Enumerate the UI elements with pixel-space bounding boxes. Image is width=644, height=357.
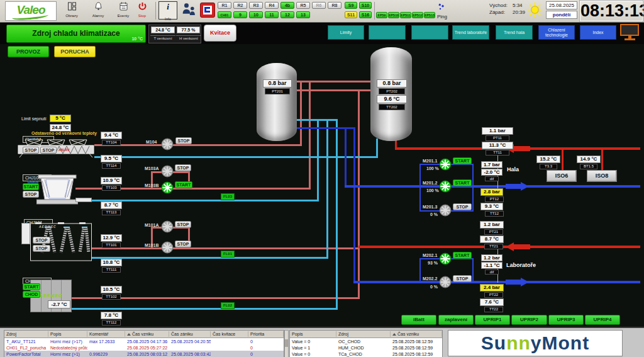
uprip4-button[interactable]: UPRIP4 [585, 315, 620, 325]
r-button-13[interactable]: 13 [296, 11, 310, 18]
menu-stop[interactable]: Stop [133, 1, 151, 20]
nav-limity-button[interactable]: Limity [328, 25, 364, 40]
chj104-brand: ABLRV [58, 148, 69, 152]
nav-chlazeni-technologie-button[interactable]: Chlazení technologie [538, 25, 575, 40]
col-ev-vznik[interactable]: Čas vzniku [391, 331, 442, 337]
r-button-r1[interactable]: R1 [218, 2, 231, 9]
t33-value: 15.2 °C [536, 156, 560, 163]
nav-blank-button-2[interactable] [411, 25, 448, 40]
alarm-row[interactable]: T_AKU_TT121Horní mez (>17)max 17.263325.… [4, 338, 284, 344]
r-button-r5[interactable]: R5 [296, 2, 310, 9]
col-zanik[interactable]: Čas zániku [169, 331, 211, 337]
bottom-panel: Zdroj Popis Komentář Čas vzniku Čas záni… [0, 327, 644, 357]
nav-trend-laboratore-button[interactable]: Trend laboratoře [452, 25, 489, 40]
col-priorita[interactable]: Priorita [248, 331, 284, 337]
pt12-value: 2.8 bar [480, 188, 503, 196]
nav-index-button[interactable]: Index [580, 25, 616, 40]
event-row[interactable]: Value = 1HUM_CHOD25.08.2025 08:12:59 [290, 344, 442, 351]
eps-button-11[interactable]: EPS11 [400, 12, 411, 18]
r-button-4b[interactable]: 4b [280, 2, 294, 9]
col-kvitace[interactable]: Čas kvitace [211, 331, 248, 337]
chj102-start-button: START [23, 283, 40, 290]
tt102-tag: TT102 [102, 294, 121, 300]
uprip3-button[interactable]: UPRIP3 [548, 315, 584, 325]
m201-2-pump[interactable] [439, 180, 452, 193]
m104-pump[interactable] [161, 138, 174, 150]
col-zdroj[interactable]: Zdroj [4, 331, 48, 337]
menu-alarmy[interactable]: Alarmy [87, 1, 109, 20]
col-ev-zdroj[interactable]: Zdroj [336, 331, 391, 337]
menu-obrazy[interactable]: Obrazy [60, 1, 83, 20]
nav-blank-button-1[interactable] [369, 25, 406, 40]
col-komentar[interactable]: Komentář [87, 331, 125, 337]
r-button-r2[interactable]: R2 [233, 2, 247, 9]
r-button-r8[interactable]: R8 [328, 2, 341, 9]
uprip2-button[interactable]: UPRIP2 [511, 315, 547, 325]
pt11-tag: PT11 [486, 135, 509, 141]
r-button-r6[interactable]: R6 [312, 2, 326, 9]
m103a-pump[interactable] [161, 165, 174, 178]
alarm-row-selected[interactable]: PowerFactorTotalHorní mez (>1)0.99622925… [4, 351, 284, 357]
event-table-header[interactable]: Popis Zdroj Čas vzniku [290, 331, 442, 338]
users-icon[interactable] [180, 2, 197, 20]
col-popis[interactable]: Popis [48, 331, 87, 337]
pipe-supply-riser-lab [353, 127, 355, 283]
eps-button-9[interactable]: EPS9 [376, 12, 387, 18]
m103b-pump[interactable] [161, 181, 174, 194]
m202-1-pump[interactable] [439, 252, 452, 265]
pipe-iso6-branch [562, 150, 564, 171]
uprip1-button[interactable]: UPRIP1 [475, 315, 510, 325]
col-vznik[interactable]: Čas vzniku [125, 331, 169, 337]
m202-2-pump[interactable] [439, 276, 452, 288]
iso6-button[interactable]: ISO6 [547, 170, 577, 182]
divider [155, 2, 156, 20]
pipe-warm-riser-chj104 [300, 81, 302, 146]
r-button-ch01[interactable]: CH01 [218, 11, 231, 18]
r-button-9[interactable]: 9 [233, 11, 247, 18]
shutdown-note: Odstaveno od venkovní teploty [31, 131, 97, 136]
tt114-value: 9.5 °C [101, 155, 122, 162]
s-button-s16[interactable]: S16 [359, 11, 372, 18]
m101a-state: STOP [175, 221, 191, 228]
m101a-pump[interactable] [161, 220, 174, 233]
chj103-tower[interactable] [36, 174, 78, 205]
s-button-s10[interactable]: S10 [359, 2, 372, 9]
day-display: pondělí [546, 11, 577, 19]
ibatt-button[interactable]: iBatt [401, 315, 436, 325]
s-button-s9[interactable]: S9 [345, 2, 357, 9]
tt102-value: 10.5 °C [101, 286, 122, 293]
m201-3-pump[interactable] [439, 204, 452, 217]
kvitace-button[interactable]: Kvitace [204, 25, 236, 42]
ping-button[interactable]: Ping [433, 2, 452, 20]
info-button[interactable]: i Info [158, 1, 177, 20]
r-button-r4[interactable]: R4 [265, 2, 279, 9]
event-row[interactable]: Value = 0TCa_CHOD25.08.2025 08:12:59 [290, 351, 442, 357]
r-button-11[interactable]: 11 [265, 11, 279, 18]
tank1-tag: PT201 [265, 88, 290, 94]
monitor-icon[interactable] [620, 24, 639, 36]
fl03-flow-switch: FL03 [221, 193, 235, 200]
r-button-r3[interactable]: R3 [249, 2, 263, 9]
alarm-row[interactable]: CH01_FL2_poruchaNedostatečný průtok...25… [4, 344, 284, 351]
app-logo-icon[interactable] [200, 3, 215, 18]
r-button-12[interactable]: 12 [280, 11, 294, 18]
alarm-scrollbar[interactable] [284, 330, 289, 357]
col-ev-popis[interactable]: Popis [290, 331, 336, 337]
nav-trend-hala-button[interactable]: Trend hala [496, 25, 533, 40]
pt22-value: 2.4 bar [480, 284, 504, 292]
s-button-s11[interactable]: S11 [345, 11, 357, 18]
m103a-label: M103A [145, 166, 161, 171]
sun-icon [527, 2, 543, 18]
zaplaveni-button[interactable]: zaplavení [438, 315, 474, 325]
r-button-10[interactable]: 10 [249, 11, 263, 18]
alarm-table-header[interactable]: Zdroj Popis Komentář Čas vzniku Čas záni… [4, 331, 284, 338]
iso8-button[interactable]: ISO8 [587, 170, 617, 182]
menu-eventy[interactable]: Eventy [112, 1, 135, 20]
m101b-pump[interactable] [161, 241, 174, 254]
lab-return-arrow-bar [514, 244, 530, 249]
m201-1-pump[interactable] [439, 158, 452, 171]
eps-button-10[interactable]: EPS10 [388, 12, 399, 18]
event-row[interactable]: Value = 0OC_CHOD25.08.2025 08:12:59 [290, 338, 442, 344]
scrollbar-thumb[interactable] [285, 339, 288, 347]
eps-button-12[interactable]: EPS12 [412, 12, 423, 18]
